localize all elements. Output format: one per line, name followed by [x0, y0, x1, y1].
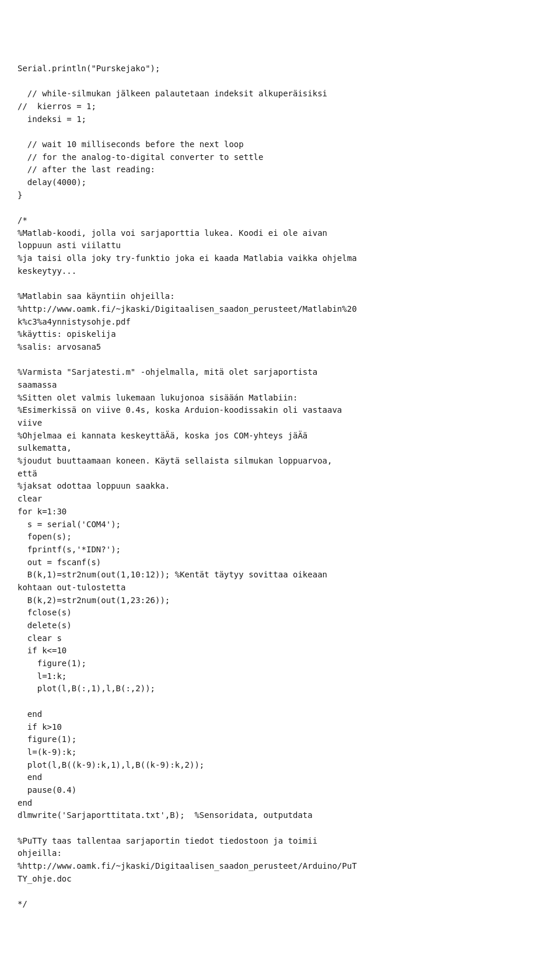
code-content: Serial.println("Purskejako"); // while-s…: [18, 62, 542, 911]
